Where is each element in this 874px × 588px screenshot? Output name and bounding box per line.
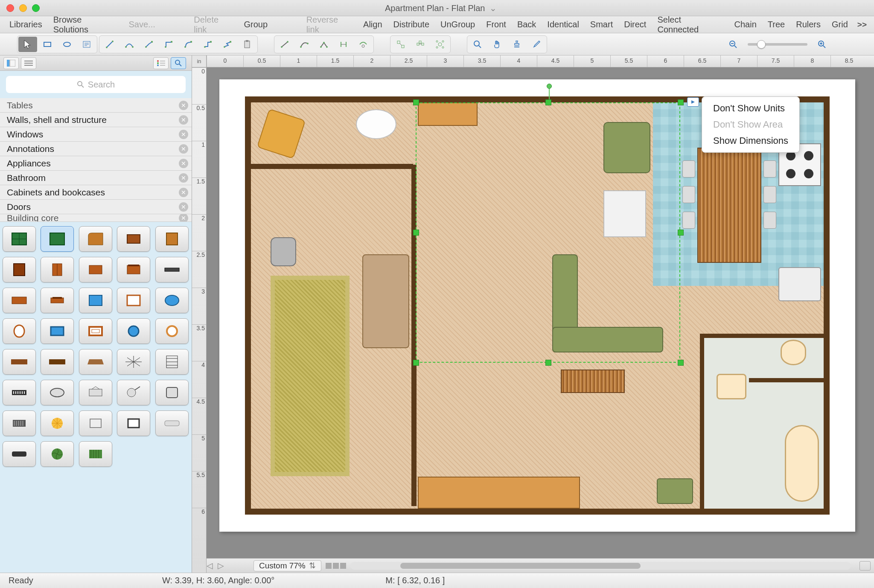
category-item[interactable]: Walls, shell and structure✕ [0, 113, 192, 127]
shape-palette-item[interactable] [117, 318, 150, 344]
shape-palette-item[interactable] [3, 380, 36, 405]
menu-delete-link[interactable]: Delete link [189, 13, 237, 36]
shape-palette-item[interactable] [41, 288, 74, 313]
menu-distribute[interactable]: Distribute [389, 18, 434, 31]
zoom-select[interactable]: Custom 77% ⇅ [253, 560, 321, 571]
shape-palette-item[interactable] [41, 410, 74, 436]
shape-palette-item[interactable] [117, 257, 150, 282]
page-thumb[interactable] [326, 563, 332, 569]
shape-palette-item[interactable] [79, 288, 112, 313]
sidebar-toggle-1[interactable] [3, 57, 19, 69]
connector-tool-5[interactable] [218, 37, 237, 52]
shape-palette-item[interactable] [117, 410, 150, 436]
shape-palette-item[interactable] [3, 318, 36, 344]
ellipse-tool[interactable] [58, 37, 76, 52]
page-thumb[interactable] [333, 563, 339, 569]
shape-palette-item[interactable] [3, 441, 36, 467]
eyedropper-tool[interactable] [527, 37, 546, 52]
clipboard-tool[interactable] [238, 37, 256, 52]
connector-tool-1[interactable] [140, 37, 158, 52]
menu-show-dimensions[interactable]: Show Dimensions [702, 133, 799, 149]
menu-identical[interactable]: Identical [543, 18, 583, 31]
category-item[interactable]: Building core✕ [0, 214, 192, 222]
category-item[interactable]: Tables✕ [0, 98, 192, 113]
category-item[interactable]: Appliances✕ [0, 156, 192, 171]
menu-back[interactable]: Back [513, 18, 540, 31]
connector-tool-4[interactable] [198, 37, 217, 52]
menu-grid[interactable]: Grid [827, 18, 852, 31]
shape-palette-item[interactable] [79, 441, 112, 467]
horizontal-ruler[interactable]: 00.511.522.533.544.555.566.577.588.5 [207, 55, 874, 67]
menu-ungroup[interactable]: UnGroup [436, 18, 479, 31]
view-options-icon[interactable] [859, 561, 871, 571]
menu-chain[interactable]: Chain [730, 18, 761, 31]
line-tool[interactable] [100, 37, 119, 52]
shape-palette-item[interactable] [79, 380, 112, 405]
shape-palette-item[interactable] [117, 226, 150, 252]
connector-tool-3[interactable] [179, 37, 198, 52]
shape-palette-item[interactable] [117, 288, 150, 313]
stamp-tool[interactable] [507, 37, 526, 52]
shape-palette-item[interactable] [3, 288, 36, 313]
shape-palette-item[interactable] [155, 410, 189, 436]
category-close-icon[interactable]: ✕ [179, 188, 188, 197]
category-item[interactable]: Annotations✕ [0, 142, 192, 156]
rectangle-tool[interactable] [38, 37, 57, 52]
layout-tool-1[interactable] [391, 37, 410, 52]
scrollbar-thumb[interactable] [400, 563, 641, 569]
text-tool[interactable] [77, 37, 96, 52]
shape-palette-item[interactable] [3, 410, 36, 436]
page-thumb[interactable] [340, 563, 346, 569]
shape-palette-item[interactable] [41, 441, 74, 467]
sidebar-toggle-2[interactable] [21, 57, 36, 69]
pointer-tool[interactable] [18, 37, 37, 52]
menu-front[interactable]: Front [482, 18, 510, 31]
shape-palette-item[interactable] [3, 349, 36, 375]
shape-palette-item[interactable] [3, 226, 36, 252]
drawing-page[interactable]: Don't Show Units Don't Show Area Show Di… [219, 79, 855, 532]
shape-palette-item[interactable] [41, 380, 74, 405]
category-close-icon[interactable]: ✕ [179, 173, 188, 183]
horizontal-scrollbar[interactable] [350, 562, 851, 570]
menu-tree[interactable]: Tree [763, 18, 789, 31]
category-close-icon[interactable]: ✕ [179, 130, 188, 139]
path-tool-1[interactable] [275, 37, 294, 52]
floor-plan[interactable] [245, 96, 830, 515]
menu-align[interactable]: Align [359, 18, 386, 31]
sidebar-list-view[interactable] [153, 57, 169, 69]
menu-save[interactable]: Save... [125, 18, 160, 31]
shape-palette-item[interactable] [79, 226, 112, 252]
shape-palette-item[interactable] [79, 349, 112, 375]
zoom-slider[interactable] [748, 43, 807, 46]
shape-palette-item[interactable] [155, 257, 189, 282]
path-tool-2[interactable] [295, 37, 314, 52]
menu-dont-show-units[interactable]: Don't Show Units [702, 100, 799, 116]
zoom-slider-thumb[interactable] [757, 40, 766, 49]
shape-palette-item[interactable] [41, 318, 74, 344]
shape-palette-item[interactable] [41, 257, 74, 282]
path-tool-3[interactable] [315, 37, 333, 52]
menu-overflow[interactable]: >> [857, 20, 869, 29]
menu-rulers[interactable]: Rulers [792, 18, 825, 31]
magnifier-tool[interactable] [468, 37, 487, 52]
category-close-icon[interactable]: ✕ [179, 101, 188, 110]
shape-palette-item[interactable] [155, 226, 189, 252]
path-tool-5[interactable] [354, 37, 373, 52]
sidebar-search-view[interactable] [171, 57, 186, 69]
menu-dont-show-area[interactable]: Don't Show Area [702, 116, 799, 133]
category-close-icon[interactable]: ✕ [179, 159, 188, 168]
page-prev-icon[interactable]: ◁ [207, 561, 217, 571]
category-item[interactable]: Bathroom✕ [0, 171, 192, 185]
menu-select-connected[interactable]: Select Connected [653, 13, 727, 36]
shape-palette-item[interactable] [155, 318, 189, 344]
layout-tool-2[interactable] [411, 37, 430, 52]
menu-reverse-link[interactable]: Reverse link [302, 13, 356, 36]
maximize-window-button[interactable] [32, 4, 40, 12]
hand-tool[interactable] [488, 37, 507, 52]
category-close-icon[interactable]: ✕ [179, 202, 188, 212]
zoom-in-button[interactable] [813, 37, 831, 52]
vertical-ruler[interactable]: 00.511.522.533.544.555.56 [192, 67, 207, 573]
shape-palette-item[interactable] [41, 226, 74, 252]
title-dropdown-icon[interactable]: ⌄ [489, 3, 497, 13]
page-next-icon[interactable]: ▷ [218, 561, 228, 571]
